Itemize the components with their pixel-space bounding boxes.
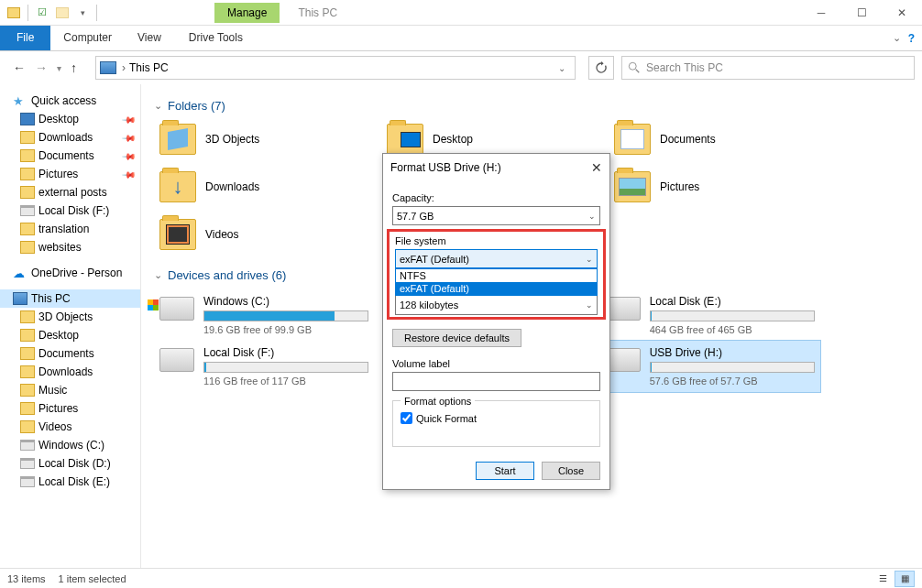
- refresh-icon: [595, 61, 608, 74]
- drive-icon: [20, 440, 35, 451]
- sidebar-pc-windows-c[interactable]: Windows (C:): [0, 436, 140, 454]
- address-dropdown-icon[interactable]: ⌄: [553, 63, 571, 73]
- folders-group-header[interactable]: ⌄ Folders (7): [154, 99, 909, 113]
- sidebar-pc-local-e[interactable]: Local Disk (E:): [0, 473, 140, 491]
- new-folder-icon[interactable]: [54, 5, 71, 21]
- folder-icon: [20, 241, 35, 254]
- sidebar-item-desktop[interactable]: Desktop📌: [0, 110, 140, 128]
- folder-icon: [20, 420, 35, 433]
- quick-format-checkbox[interactable]: Quick Format: [401, 412, 592, 424]
- drive-icon: [606, 297, 641, 321]
- dialog-title: Format USB Drive (H:): [390, 161, 501, 174]
- manage-contextual-tab[interactable]: Manage: [214, 3, 280, 23]
- svg-point-0: [629, 62, 636, 70]
- close-dlg-button[interactable]: Close: [542, 462, 600, 480]
- details-view-button[interactable]: ☰: [873, 571, 893, 587]
- sidebar-item-translation[interactable]: translation: [0, 220, 140, 238]
- sidebar-pc-pictures[interactable]: Pictures: [0, 399, 140, 418]
- status-selected-count: 1 item selected: [59, 573, 126, 584]
- search-input[interactable]: Search This PC: [621, 56, 915, 80]
- sidebar-pc-3d-objects[interactable]: 3D Objects: [0, 308, 140, 326]
- chevron-right-icon[interactable]: ›: [122, 61, 126, 74]
- quick-format-input[interactable]: [401, 412, 412, 424]
- folder-pictures[interactable]: Pictures: [609, 168, 829, 206]
- expand-ribbon-icon[interactable]: ⌄: [893, 32, 901, 44]
- sidebar-onedrive[interactable]: OneDrive - Person: [0, 264, 140, 282]
- sidebar-item-downloads[interactable]: Downloads📌: [0, 128, 140, 147]
- up-button[interactable]: ↑: [71, 60, 77, 75]
- divider: [27, 5, 28, 21]
- folder-3d-objects[interactable]: 3D Objects: [154, 120, 374, 158]
- documents-icon: [614, 124, 651, 155]
- file-system-label: File system: [395, 235, 598, 246]
- drive-local-e[interactable]: Local Disk (E:) 464 GB free of 465 GB: [600, 289, 820, 341]
- pin-icon: 📌: [122, 112, 137, 126]
- file-system-dropdown: NTFS exFAT (Default): [395, 268, 598, 296]
- pc-icon: [100, 61, 116, 74]
- search-icon: [628, 61, 641, 74]
- sidebar-pc-local-d[interactable]: Local Disk (D:): [0, 454, 140, 473]
- fs-option-exfat[interactable]: exFAT (Default): [396, 282, 597, 295]
- restore-defaults-button[interactable]: Restore device defaults: [392, 329, 521, 347]
- chevron-down-icon: ⌄: [154, 100, 162, 112]
- volume-label-input[interactable]: [392, 372, 600, 391]
- folder-documents[interactable]: Documents: [609, 120, 829, 158]
- address-path[interactable]: This PC: [129, 61, 169, 74]
- help-icon[interactable]: ?: [908, 32, 915, 45]
- sidebar-this-pc[interactable]: This PC: [0, 289, 140, 308]
- view-tab[interactable]: View: [125, 26, 174, 50]
- capacity-select[interactable]: 57.7 GB⌄: [392, 206, 600, 225]
- sidebar-item-local-disk-f[interactable]: Local Disk (F:): [0, 201, 140, 220]
- chevron-down-icon: ⌄: [154, 269, 162, 281]
- cloud-icon: [13, 267, 27, 279]
- format-options-fieldset: Format options Quick Format: [392, 400, 600, 447]
- sidebar-pc-downloads[interactable]: Downloads: [0, 363, 140, 381]
- status-item-count: 13 items: [7, 573, 46, 584]
- tiles-view-button[interactable]: ▦: [895, 571, 915, 587]
- file-tab[interactable]: File: [0, 26, 50, 50]
- sidebar-pc-desktop[interactable]: Desktop: [0, 326, 140, 344]
- fs-option-ntfs[interactable]: NTFS: [396, 269, 597, 282]
- sidebar-item-documents[interactable]: Documents📌: [0, 147, 140, 165]
- start-button[interactable]: Start: [476, 462, 534, 480]
- dialog-close-button[interactable]: ✕: [591, 160, 602, 175]
- address-bar[interactable]: › This PC ⌄: [95, 56, 576, 80]
- folder-icon: [20, 223, 35, 235]
- sidebar-item-pictures[interactable]: Pictures📌: [0, 165, 140, 183]
- sidebar-pc-documents[interactable]: Documents: [0, 344, 140, 363]
- sidebar-pc-music[interactable]: Music: [0, 381, 140, 399]
- qat-dropdown-icon[interactable]: ▾: [74, 5, 91, 21]
- folder-icon: [20, 402, 35, 415]
- folder-downloads[interactable]: ↓Downloads: [154, 168, 374, 206]
- back-button[interactable]: ←: [13, 60, 26, 75]
- sidebar-item-external-posts[interactable]: external posts: [0, 183, 140, 201]
- forward-button: →: [35, 60, 48, 75]
- drive-local-f[interactable]: Local Disk (F:) 116 GB free of 117 GB: [154, 341, 374, 392]
- allocation-size-select[interactable]: 128 kilobytes⌄: [395, 296, 598, 315]
- refresh-button[interactable]: [588, 56, 614, 80]
- drive-tools-tab[interactable]: Drive Tools: [176, 26, 256, 50]
- sidebar-item-websites[interactable]: websites: [0, 238, 140, 256]
- maximize-button[interactable]: ☐: [841, 0, 882, 26]
- sidebar-quick-access[interactable]: Quick access: [0, 92, 140, 110]
- folder-icon: [5, 5, 22, 21]
- computer-tab[interactable]: Computer: [50, 26, 125, 50]
- navigation-pane: Quick access Desktop📌 Downloads📌 Documen…: [0, 84, 141, 568]
- star-icon: [13, 94, 27, 107]
- format-options-legend: Format options: [401, 396, 475, 407]
- folder-videos[interactable]: Videos: [154, 215, 374, 254]
- pc-icon: [13, 292, 27, 305]
- minimize-button[interactable]: ─: [801, 0, 841, 26]
- recent-dropdown[interactable]: ▾: [57, 63, 61, 73]
- properties-icon[interactable]: ☑: [34, 5, 50, 21]
- close-button[interactable]: ✕: [882, 0, 922, 26]
- drive-usb-h[interactable]: USB Drive (H:) 57.6 GB free of 57.7 GB: [600, 341, 820, 392]
- sidebar-pc-videos[interactable]: Videos: [0, 418, 140, 436]
- capacity-label: Capacity:: [392, 192, 600, 203]
- downloads-icon: ↓: [159, 171, 196, 202]
- drive-icon: [20, 205, 35, 216]
- format-dialog: Format USB Drive (H:) ✕ Capacity: 57.7 G…: [382, 153, 610, 490]
- drive-icon: [159, 348, 194, 372]
- file-system-select[interactable]: exFAT (Default)⌄: [395, 249, 598, 268]
- drive-windows-c[interactable]: Windows (C:) 19.6 GB free of 99.9 GB: [154, 289, 374, 341]
